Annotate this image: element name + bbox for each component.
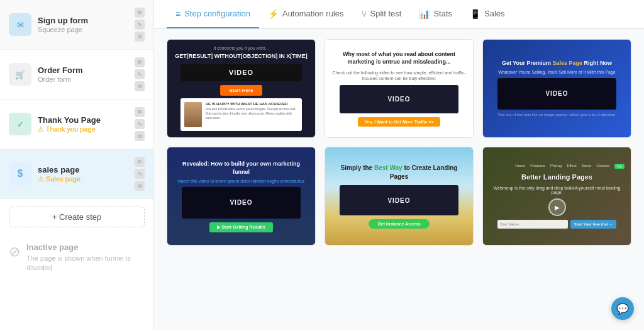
sidebar-item-signup[interactable]: ✉ Sign up form Squeeze page ⧉ ✎ ⚙ xyxy=(0,0,153,50)
signup-icon: ✉ xyxy=(9,13,31,36)
card4-headline: Revealed: How to build your own marketin… xyxy=(174,160,309,176)
card6-nav: Home Features Pricing Effect Serve Conta… xyxy=(489,164,625,169)
card6-play-button[interactable]: ▶ xyxy=(548,198,566,216)
edit-icon[interactable]: ✎ xyxy=(135,169,145,179)
card6-sub: Webmeup is the only drag and drop build-… xyxy=(489,186,625,195)
template-card-blue-premium[interactable]: Get Your Premium Sales Page Right Now Wh… xyxy=(482,39,631,138)
sales-icon: 📱 xyxy=(470,9,480,19)
card-blue-content: Get Your Premium Sales Page Right Now Wh… xyxy=(483,40,631,137)
thankyou-title: Thank You Page xyxy=(38,115,131,125)
card2-video: VIDEO xyxy=(340,85,458,113)
sidebar-item-sales[interactable]: $ sales page ⚠ Sales page ⧉ ✎ ⚙ xyxy=(0,149,153,199)
card5-headline: Simply the Best Way to Create Landing Pa… xyxy=(331,164,467,181)
split-icon: ⑂ xyxy=(362,9,367,19)
tabs-bar: ≡ Step configuration ⚡ Automation rules … xyxy=(154,0,644,29)
check-icon: ✓ xyxy=(9,113,31,135)
card4-cta[interactable]: ▶ Start Getting Results xyxy=(209,222,273,232)
inactive-desc: The page is shown when funnel is disable… xyxy=(26,254,145,273)
card3-headline: Get Your Premium Sales Page Right Now xyxy=(502,59,612,67)
tab-stats[interactable]: 📊 Stats xyxy=(410,0,461,28)
card5-video: VIDEO xyxy=(340,185,458,215)
card3-video: VIDEO xyxy=(497,78,616,110)
sales-title: sales page xyxy=(38,165,131,174)
card1-italic: It concerns you if you wish... xyxy=(214,46,269,50)
card-white-content: Why most of what you read about content … xyxy=(325,40,473,137)
card3-sub: Whatever You're Selling, You'll Sell Mor… xyxy=(498,70,615,74)
card5-cta[interactable]: Get Instance Access xyxy=(369,219,429,229)
card1-cta[interactable]: Start Here xyxy=(220,85,262,96)
card1-video: VIDEO xyxy=(180,64,303,81)
chat-bubble[interactable]: 💬 xyxy=(611,297,634,320)
card1-man-section: HE IS HAPPY WITH WHAT HE HAS ACHIEVED Po… xyxy=(180,98,303,131)
card4-video: VIDEO xyxy=(182,187,301,219)
template-grid-area: It concerns you if you wish... GET[RESUL… xyxy=(154,29,644,330)
sidebar: ✉ Sign up form Squeeze page ⧉ ✎ ⚙ 🛒 Orde… xyxy=(0,0,154,330)
copy-icon[interactable]: ⧉ xyxy=(135,157,145,167)
card6-form: Start Your free trial → xyxy=(497,220,616,229)
sales-subtitle: ⚠ Sales page xyxy=(38,175,131,183)
tab-automation-rules[interactable]: ⚡ Automation rules xyxy=(259,0,353,28)
inactive-title: Inactive page xyxy=(26,242,145,252)
card6-name-input[interactable] xyxy=(497,220,568,229)
card-sky-content: Simply the Best Way to Create Landing Pa… xyxy=(325,147,473,245)
card1-headline: GET[RESULT] WITHOUT[OBJECTION] IN X[TIME… xyxy=(175,53,307,60)
card-dark-content: It concerns you if you wish... GET[RESUL… xyxy=(167,40,315,137)
card1-man-desc: Posuere blandit tellus auctor ipsum frin… xyxy=(206,107,299,120)
copy-icon[interactable]: ⧉ xyxy=(135,57,145,67)
template-card-dark-revealed[interactable]: Revealed: How to build your own marketin… xyxy=(167,147,316,246)
edit-icon[interactable]: ✎ xyxy=(135,20,145,30)
copy-icon[interactable]: ⧉ xyxy=(135,107,145,117)
card-dark2-content: Revealed: How to build your own marketin… xyxy=(167,147,315,245)
card1-man-title: HE IS HAPPY WITH WHAT HE HAS ACHIEVED xyxy=(206,102,299,106)
card2-subtext: Check out the following video to see how… xyxy=(331,70,467,81)
edit-icon[interactable]: ✎ xyxy=(135,69,145,79)
menu-icon: ≡ xyxy=(175,9,180,19)
settings-icon[interactable]: ⚙ xyxy=(135,181,145,191)
settings-icon[interactable]: ⚙ xyxy=(135,131,145,141)
main-content: ≡ Step configuration ⚡ Automation rules … xyxy=(154,0,644,330)
inactive-icon: ⊘ xyxy=(9,244,20,260)
copy-icon[interactable]: ⧉ xyxy=(135,8,145,18)
edit-icon[interactable]: ✎ xyxy=(135,119,145,129)
sidebar-item-thankyou[interactable]: ✓ Thank You Page ⚠ Thank you page ⧉ ✎ ⚙ xyxy=(0,100,153,149)
template-card-better-landing[interactable]: Home Features Pricing Effect Serve Conta… xyxy=(482,147,631,246)
tab-split-test[interactable]: ⑂ Split test xyxy=(353,0,411,28)
card6-headline: Better Landing Pages xyxy=(521,173,592,182)
dollar-icon: $ xyxy=(9,162,31,185)
card1-man-avatar xyxy=(184,102,202,127)
settings-icon[interactable]: ⚙ xyxy=(135,81,145,91)
template-card-white-blog[interactable]: Why most of what you read about content … xyxy=(325,39,474,138)
template-card-city-skyline[interactable]: Simply the Best Way to Create Landing Pa… xyxy=(325,147,474,246)
settings-icon[interactable]: ⚙ xyxy=(135,31,145,42)
card3-caption: This line of text acts like an image cap… xyxy=(497,113,616,118)
sidebar-item-order[interactable]: 🛒 Order Form Order form ⧉ ✎ ⚙ xyxy=(0,50,153,100)
stats-icon: 📊 xyxy=(419,9,430,19)
order-subtitle: Order form xyxy=(38,76,131,83)
card2-cta[interactable]: Yes, I Want to Get More Traffic >> xyxy=(358,117,440,127)
signup-title: Sign up form xyxy=(38,16,131,25)
template-grid: It concerns you if you wish... GET[RESUL… xyxy=(167,39,631,246)
template-card-dark-video[interactable]: It concerns you if you wish... GET[RESUL… xyxy=(167,39,316,138)
inactive-section: ⊘ Inactive page The page is shown when f… xyxy=(0,235,153,281)
cart-icon: 🛒 xyxy=(9,63,31,86)
order-title: Order Form xyxy=(38,65,131,75)
card-photo-content: Home Features Pricing Effect Serve Conta… xyxy=(483,147,631,245)
card4-link: watch this video to lorem ipsum dolor ta… xyxy=(178,179,305,183)
automation-icon: ⚡ xyxy=(268,9,279,19)
tab-step-configuration[interactable]: ≡ Step configuration xyxy=(167,0,259,28)
create-step-button[interactable]: + Create step xyxy=(9,207,145,227)
tab-sales[interactable]: 📱 Sales xyxy=(461,0,514,28)
thankyou-subtitle: ⚠ Thank you page xyxy=(38,125,131,134)
card6-cta[interactable]: Start Your free trial → xyxy=(570,220,616,229)
signup-subtitle: Squeeze page xyxy=(38,26,131,33)
card2-headline: Why most of what you read about content … xyxy=(331,50,467,66)
